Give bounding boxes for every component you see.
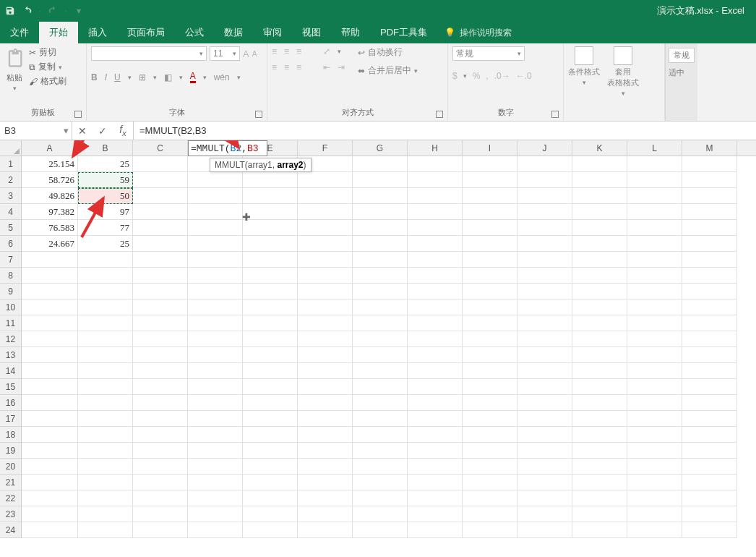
cell-F23[interactable] (298, 506, 353, 522)
cell-F18[interactable] (298, 427, 353, 443)
cell-I5[interactable] (463, 220, 517, 236)
cell-H6[interactable] (408, 236, 463, 252)
cell-L7[interactable] (627, 252, 682, 268)
cell-B17[interactable] (78, 411, 133, 427)
tab-file[interactable]: 文件 (0, 22, 39, 43)
cell-J10[interactable] (517, 299, 572, 315)
cell-C4[interactable] (133, 204, 188, 220)
formula-input[interactable]: =MMULT(B2,B3 (134, 122, 756, 140)
cell-M18[interactable] (682, 427, 737, 443)
cell-K24[interactable] (572, 522, 627, 538)
cell-K19[interactable] (572, 443, 627, 459)
cell-L8[interactable] (627, 268, 682, 284)
cell-I19[interactable] (463, 443, 517, 459)
cell-C20[interactable] (133, 459, 188, 475)
cell-K9[interactable] (572, 284, 627, 299)
cell-I18[interactable] (463, 427, 517, 443)
cell-D3[interactable] (188, 188, 243, 204)
cell-I9[interactable] (463, 284, 517, 299)
cell-C16[interactable] (133, 395, 188, 411)
cell-I13[interactable] (463, 347, 517, 363)
cell-M15[interactable] (682, 379, 737, 395)
cell-K16[interactable] (572, 395, 627, 411)
cell-I2[interactable] (463, 172, 517, 188)
cell-M21[interactable] (682, 475, 737, 490)
align-middle-icon[interactable]: ≡ (284, 46, 289, 56)
col-head-I[interactable]: I (463, 140, 517, 156)
col-head-C[interactable]: C (133, 140, 188, 156)
cell-E9[interactable] (243, 284, 298, 299)
format-as-table-button[interactable]: 套用 表格格式▾ (607, 46, 639, 97)
font-color-icon[interactable]: A (190, 71, 196, 83)
cell-B18[interactable] (78, 427, 133, 443)
cell-K10[interactable] (572, 299, 627, 315)
active-cell-editor[interactable]: =MMULT(B2, B3 (188, 140, 267, 156)
cell-M24[interactable] (682, 522, 737, 538)
cell-K17[interactable] (572, 411, 627, 427)
cell-A17[interactable] (22, 411, 78, 427)
increase-font-icon[interactable]: A (243, 48, 249, 59)
cell-G11[interactable] (353, 315, 408, 331)
cell-I1[interactable] (463, 156, 517, 172)
cell-G15[interactable] (353, 379, 408, 395)
cell-E22[interactable] (243, 490, 298, 506)
cell-J1[interactable] (517, 156, 572, 172)
accounting-icon[interactable]: $ (452, 71, 458, 81)
cell-B11[interactable] (78, 315, 133, 331)
cell-L13[interactable] (627, 347, 682, 363)
cell-C10[interactable] (133, 299, 188, 315)
cell-D9[interactable] (188, 284, 243, 299)
cell-M9[interactable] (682, 284, 737, 299)
cell-L24[interactable] (627, 522, 682, 538)
cell-K2[interactable] (572, 172, 627, 188)
cell-M10[interactable] (682, 299, 737, 315)
cell-M16[interactable] (682, 395, 737, 411)
insert-function-button[interactable]: fx (113, 124, 133, 137)
cell-M22[interactable] (682, 490, 737, 506)
cell-D5[interactable] (188, 220, 243, 236)
select-all-corner[interactable] (0, 140, 22, 156)
cell-D20[interactable] (188, 459, 243, 475)
cell-K3[interactable] (572, 188, 627, 204)
cell-G9[interactable] (353, 284, 408, 299)
row-head-1[interactable]: 1 (0, 156, 21, 172)
cell-J19[interactable] (517, 443, 572, 459)
cell-J3[interactable] (517, 188, 572, 204)
cell-J15[interactable] (517, 379, 572, 395)
paste-label[interactable]: 粘贴 (7, 72, 22, 83)
row-head-18[interactable]: 18 (0, 427, 21, 443)
cell-B16[interactable] (78, 395, 133, 411)
cell-M23[interactable] (682, 506, 737, 522)
cell-C9[interactable] (133, 284, 188, 299)
orientation-icon[interactable]: ⤢ (323, 46, 330, 56)
cell-B21[interactable] (78, 475, 133, 490)
cell-B7[interactable] (78, 252, 133, 268)
cell-H11[interactable] (408, 315, 463, 331)
cell-K1[interactable] (572, 156, 627, 172)
cell-K6[interactable] (572, 236, 627, 252)
cell-F3[interactable] (298, 188, 353, 204)
number-format-combo[interactable]: 常规▾ (452, 46, 525, 61)
col-head-K[interactable]: K (572, 140, 627, 156)
cell-E21[interactable] (243, 475, 298, 490)
bold-button[interactable]: B (91, 72, 98, 82)
cell-E13[interactable] (243, 347, 298, 363)
font-size-combo[interactable]: 11▾ (210, 46, 240, 61)
wrap-text-button[interactable]: ↩自动换行 (358, 46, 418, 59)
cell-B15[interactable] (78, 379, 133, 395)
cell-H19[interactable] (408, 443, 463, 459)
cell-C14[interactable] (133, 363, 188, 379)
cell-A24[interactable] (22, 522, 78, 538)
cell-A7[interactable] (22, 252, 78, 268)
cell-E24[interactable] (243, 522, 298, 538)
cell-E20[interactable] (243, 459, 298, 475)
cell-B9[interactable] (78, 284, 133, 299)
cell-H20[interactable] (408, 459, 463, 475)
cell-B1[interactable]: 25 (78, 156, 133, 172)
tab-home[interactable]: 开始 (39, 22, 78, 43)
cell-A21[interactable] (22, 475, 78, 490)
underline-button[interactable]: U (114, 72, 121, 82)
cell-A19[interactable] (22, 443, 78, 459)
cell-style-good[interactable]: 适中 (669, 67, 695, 78)
tab-review[interactable]: 审阅 (253, 22, 292, 43)
